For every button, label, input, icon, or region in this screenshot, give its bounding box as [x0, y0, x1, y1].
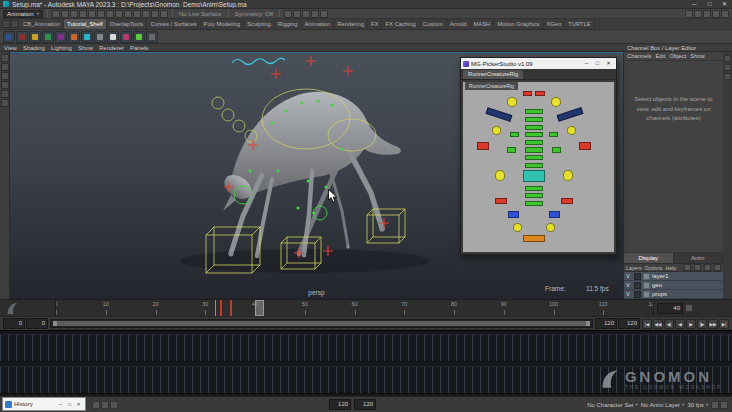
shelf-tab-motion-graphics[interactable]: Motion Graphics	[494, 19, 543, 29]
anim-start-field[interactable]: 0	[26, 318, 48, 329]
layer-editor-menu-options[interactable]: Options	[645, 265, 663, 271]
shelf-tab-curves-surfaces[interactable]: Curves / Surfaces	[147, 19, 200, 29]
picker-button-rib-r-1[interactable]	[549, 132, 558, 137]
play-forwards-button[interactable]: ▶	[686, 319, 696, 329]
attribute-editor-toggle-icon[interactable]	[721, 10, 729, 18]
picker-button-rib-l-2[interactable]	[507, 147, 516, 152]
time-editor-panel[interactable]	[0, 330, 732, 396]
shelf-item-6-icon[interactable]	[68, 31, 80, 43]
select-by-object-icon[interactable]	[106, 10, 114, 18]
picker-button-spine-3[interactable]	[525, 125, 543, 130]
viewport-menu-renderer[interactable]: Renderer	[99, 45, 124, 51]
shelf-tab-xgen[interactable]: XGen	[543, 19, 565, 29]
current-frame-marker[interactable]	[255, 300, 264, 316]
layer-visibility-toggle[interactable]: V	[626, 282, 632, 288]
shelf-tab-animation[interactable]: Animation	[302, 19, 335, 29]
picker-button-leg-r[interactable]	[561, 198, 573, 205]
picker-button-clavicle-l[interactable]	[485, 107, 512, 121]
layer-editor-tab-anim[interactable]: Anim	[674, 253, 724, 263]
snap-to-point-icon[interactable]	[142, 10, 150, 18]
select-by-hierarchy-icon[interactable]	[97, 10, 105, 18]
layer-editor-tab-display[interactable]: Display	[624, 253, 674, 263]
picker-button-arm-r[interactable]	[579, 142, 591, 151]
picker-canvas[interactable]: RunnerCreatureRig	[463, 82, 614, 252]
shelf-tab-rigging[interactable]: Rigging	[275, 19, 302, 29]
picker-button-head-l[interactable]	[507, 97, 518, 107]
layer-color-swatch[interactable]	[643, 282, 650, 289]
snap-to-grid-icon[interactable]	[124, 10, 132, 18]
picker-button-tail-2[interactable]	[525, 193, 543, 198]
picker-button-spine-4[interactable]	[525, 132, 543, 137]
picker-maximize-button[interactable]: □	[592, 58, 603, 69]
range-slider[interactable]	[50, 319, 593, 328]
shelf-tab-fx[interactable]: FX	[368, 19, 382, 29]
shelf-item-9-icon[interactable]	[107, 31, 119, 43]
shelf-tab-turtle[interactable]: TURTLE	[565, 19, 594, 29]
picker-button-root[interactable]	[523, 235, 544, 242]
picker-button-neck-l[interactable]	[523, 91, 532, 96]
step-back-key-button[interactable]: ◀◀	[653, 319, 663, 329]
shelf-tab-poly-modeling[interactable]: Poly Modeling	[201, 19, 244, 29]
rig-curve-control[interactable]	[232, 58, 285, 64]
save-scene-icon[interactable]	[70, 10, 78, 18]
picker-button-spine-6[interactable]	[525, 147, 543, 152]
window-minimize-button[interactable]: ─	[687, 0, 702, 8]
picker-button-rib-r-2[interactable]	[552, 147, 561, 152]
playback-end-field[interactable]: 120	[354, 399, 376, 410]
snap-to-curve-icon[interactable]	[133, 10, 141, 18]
move-tool-icon[interactable]	[1, 81, 9, 89]
playback-end-range-field[interactable]: 120	[618, 318, 640, 329]
playback-start-field[interactable]: 0	[3, 318, 25, 329]
anim-layer-dropdown[interactable]: No Anim Layer ▾	[641, 402, 685, 408]
create-layer-from-selected-icon[interactable]	[714, 264, 721, 271]
shelf-item-10-icon[interactable]	[120, 31, 132, 43]
shelf-item-2-icon[interactable]	[16, 31, 28, 43]
creature-body[interactable]	[230, 92, 400, 197]
shelf-item-12-icon[interactable]	[146, 31, 158, 43]
picker-button-clavicle-r[interactable]	[556, 107, 583, 121]
shelf-tab-fx-caching[interactable]: FX Caching	[382, 19, 419, 29]
select-by-component-icon[interactable]	[115, 10, 123, 18]
fps-dropdown[interactable]: 30 fps ▾	[687, 402, 708, 408]
picker-button-knee-l[interactable]	[508, 211, 519, 218]
picker-button-foot-r[interactable]	[546, 223, 555, 232]
current-frame-field[interactable]: 40	[657, 303, 683, 314]
picker-button-spine-5[interactable]	[525, 140, 543, 145]
shelf-tab-mash[interactable]: MASH	[471, 19, 495, 29]
shelf-tab-cb-animation[interactable]: CB_Animation	[20, 19, 64, 29]
animation-preferences-icon[interactable]	[720, 401, 728, 409]
shelf-tab-tutorial-shelf[interactable]: Tutorial_Shelf	[64, 19, 107, 29]
redo-icon[interactable]	[88, 10, 96, 18]
shelf-tab-sculpting[interactable]: Sculpting	[244, 19, 275, 29]
picker-button-hip-r[interactable]	[563, 170, 574, 180]
paint-select-tool-icon[interactable]	[1, 72, 9, 80]
shelf-item-3-icon[interactable]	[29, 31, 41, 43]
history-minimize-button[interactable]: ─	[56, 398, 65, 410]
picker-button-spine-7[interactable]	[525, 155, 543, 160]
shelf-tab-rendering[interactable]: Rendering	[334, 19, 368, 29]
snap-to-plane-icon[interactable]	[151, 10, 159, 18]
step-back-frame-button[interactable]: ◀|	[664, 319, 674, 329]
move-layer-down-icon[interactable]	[694, 264, 701, 271]
layer-type-box[interactable]	[634, 273, 641, 280]
time-slider[interactable]: 0102030405060708090100110120	[55, 300, 654, 316]
create-empty-layer-icon[interactable]	[704, 264, 711, 271]
viewport-menu-view[interactable]: View	[4, 45, 17, 51]
shelf-gear-icon[interactable]	[11, 20, 19, 28]
picker-button-foot-l[interactable]	[513, 223, 522, 232]
step-forward-frame-button[interactable]: |▶	[697, 319, 707, 329]
layer-type-box[interactable]	[634, 291, 641, 298]
channel-box-menu-show[interactable]: Show	[690, 53, 705, 59]
picker-tab-runnercreaturerig[interactable]: RunnerCreatureRig	[463, 70, 523, 79]
channel-box-menu-channels[interactable]: Channels	[627, 53, 652, 59]
history-close-button[interactable]: ✕	[74, 398, 83, 410]
render-current-frame-icon[interactable]	[302, 10, 310, 18]
scale-tool-icon[interactable]	[1, 99, 9, 107]
lasso-tool-icon[interactable]	[1, 63, 9, 71]
window-maximize-button[interactable]: □	[702, 0, 717, 8]
open-scene-icon[interactable]	[61, 10, 69, 18]
history-maximize-button[interactable]: □	[65, 398, 74, 410]
picker-button-shoulder-l[interactable]	[492, 126, 501, 135]
picker-button-spine-2[interactable]	[525, 117, 543, 122]
picker-button-spine-8[interactable]	[525, 163, 543, 168]
